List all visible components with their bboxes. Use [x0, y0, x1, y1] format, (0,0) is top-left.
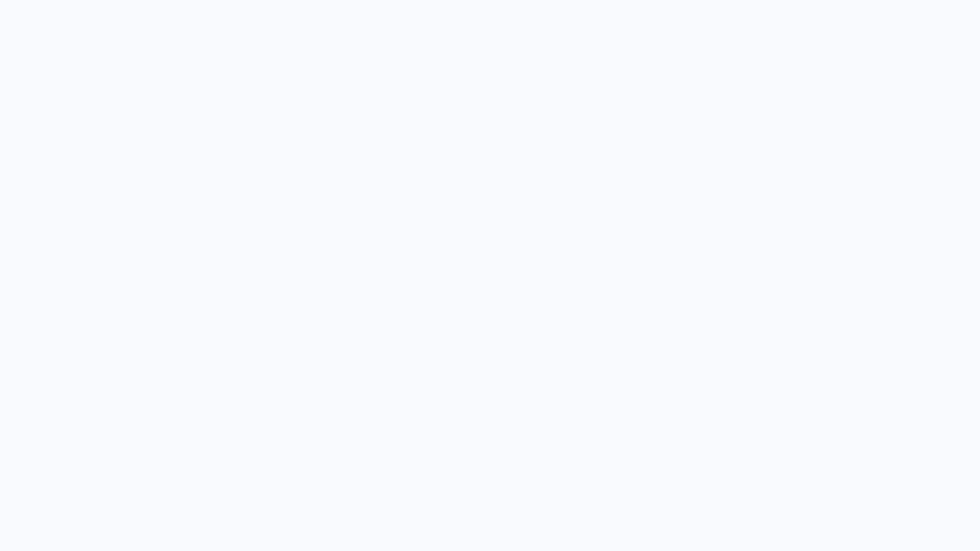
connections-svg — [0, 0, 980, 551]
diagram-canvas — [0, 0, 980, 551]
